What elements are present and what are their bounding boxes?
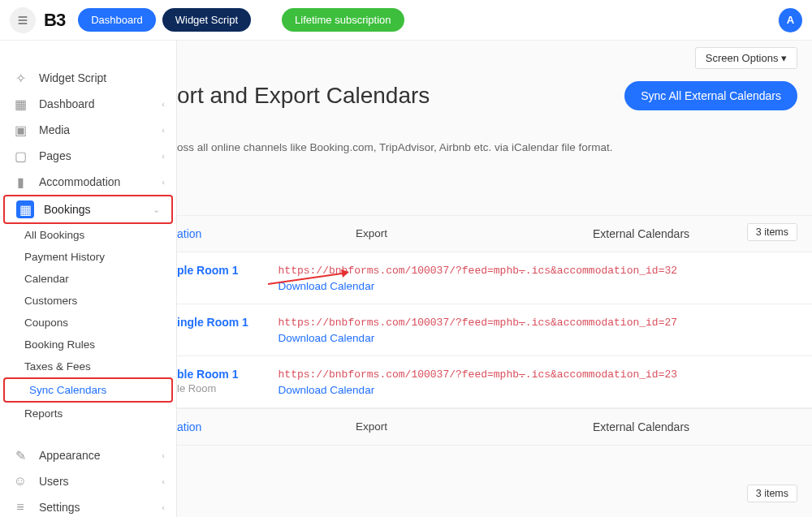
image-icon: ▣ (11, 123, 29, 138)
sidebar-item-label: Appearance (39, 449, 101, 462)
chevron-left-icon: ‹ (162, 151, 165, 161)
chevron-left-icon: ‹ (162, 125, 165, 135)
sidebar-sub-reports[interactable]: Reports (0, 403, 176, 424)
sidebar-item-label: Widget Script (39, 71, 106, 84)
download-calendar-link[interactable]: Download Calendar (279, 332, 678, 344)
col-header-accommodation[interactable]: ation (177, 216, 348, 252)
sidebar-item-label: Accommodation (39, 175, 120, 188)
chevron-left-icon: ‹ (162, 476, 165, 486)
sidebar-item-label: Dashboard (39, 97, 95, 110)
sidebar-item-label: Users (39, 475, 69, 488)
lifetime-pill[interactable]: Lifetime subscription (282, 8, 404, 32)
col-footer-external: External Calendars (585, 409, 812, 445)
widget-script-pill[interactable]: Widget Script (162, 8, 251, 32)
sidebar-item-accommodation[interactable]: ▮ Accommodation ‹ (0, 169, 176, 195)
topbar: B3 Dashboard Widget Script Lifetime subs… (0, 0, 812, 41)
avatar[interactable]: A (778, 8, 802, 32)
page-icon: ▢ (11, 149, 29, 164)
sidebar-item-appearance[interactable]: ✎ Appearance ‹ (0, 442, 176, 468)
table-row: ingle Room 1 https://bnbforms.com/100037… (177, 304, 812, 356)
download-calendar-link[interactable]: Download Calendar (279, 384, 678, 396)
accommodation-link[interactable]: ple Room 1 (177, 264, 238, 277)
sidebar-sub-taxes-fees[interactable]: Taxes & Fees (0, 355, 176, 377)
dashboard-pill[interactable]: Dashboard (78, 8, 156, 32)
sliders-icon: ≡ (11, 500, 29, 515)
sidebar-item-label: Pages (39, 149, 71, 162)
sidebar-item-label: Media (39, 123, 70, 136)
calendars-table: ation Export External Calendars ple Room… (177, 215, 812, 446)
hamburger-icon (16, 14, 29, 27)
items-count-top: 3 items (747, 223, 797, 241)
sidebar-item-label: Bookings (44, 203, 91, 216)
table-footer: ation Export External Calendars (177, 408, 812, 446)
items-count-bottom: 3 items (747, 485, 797, 502)
table-row: ple Room 1 https://bnbforms.com/100037/?… (177, 252, 812, 304)
sidebar-item-label: Settings (39, 501, 80, 514)
chevron-left-icon: ‹ (162, 502, 165, 512)
user-icon: ☺ (11, 474, 29, 489)
screen-options-button[interactable]: Screen Options ▾ (695, 47, 797, 69)
highlight-bookings: ▦ Bookings ⌄ (3, 195, 173, 224)
sidebar-sub-coupons[interactable]: Coupons (0, 312, 176, 334)
grid-icon: ▦ (11, 97, 29, 112)
sidebar-item-widget-script[interactable]: ✧ Widget Script (0, 65, 176, 91)
sync-all-button[interactable]: Sync All External Calendars (624, 81, 797, 110)
building-icon: ▮ (11, 174, 29, 190)
chevron-down-icon: ⌄ (153, 205, 160, 215)
sidebar-sub-booking-rules[interactable]: Booking Rules (0, 334, 176, 355)
table-row: ble Room 1 le Room https://bnbforms.com/… (177, 356, 812, 408)
calendar-icon: ▦ (16, 200, 34, 218)
chevron-left-icon: ‹ (162, 450, 165, 460)
sidebar-item-pages[interactable]: ▢ Pages ‹ (0, 143, 176, 169)
feed-url[interactable]: https://bnbforms.com/100037/?feed=mphb..… (279, 368, 678, 381)
sidebar-sub-all-bookings[interactable]: All Bookings (0, 224, 176, 246)
col-header-export: Export (348, 216, 585, 252)
accommodation-link[interactable]: ble Room 1 (177, 368, 238, 381)
sidebar-item-settings[interactable]: ≡ Settings ‹ (0, 494, 176, 517)
download-calendar-link[interactable]: Download Calendar (279, 280, 678, 292)
sidebar-item-bookings[interactable]: ▦ Bookings ⌄ (5, 196, 171, 222)
code-icon: ✧ (11, 71, 29, 86)
main-content: Screen Options ▾ ort and Export Calendar… (177, 41, 812, 517)
sidebar-item-users[interactable]: ☺ Users ‹ (0, 468, 176, 494)
hamburger-menu[interactable] (10, 7, 36, 33)
accommodation-link[interactable]: ingle Room 1 (177, 316, 248, 329)
table-header: ation Export External Calendars (177, 215, 812, 252)
accommodation-sub: le Room (177, 382, 262, 394)
sidebar: ✧ Widget Script ▦ Dashboard ‹ ▣ Media ‹ … (0, 41, 177, 517)
feed-url[interactable]: https://bnbforms.com/100037/?feed=mphb..… (279, 265, 678, 277)
col-footer-accommodation[interactable]: ation (177, 409, 348, 445)
sidebar-sub-sync-calendars[interactable]: Sync Calendars (5, 379, 171, 401)
sidebar-sub-payment-history[interactable]: Payment History (0, 246, 176, 268)
brush-icon: ✎ (11, 448, 29, 463)
page-description: oss all online channels like Booking.com… (177, 118, 812, 168)
page-title: ort and Export Calendars (177, 83, 430, 109)
sidebar-sub-customers[interactable]: Customers (0, 290, 176, 312)
feed-url[interactable]: https://bnbforms.com/100037/?feed=mphb..… (279, 317, 678, 329)
col-footer-export: Export (348, 409, 585, 445)
sidebar-item-dashboard[interactable]: ▦ Dashboard ‹ (0, 91, 176, 117)
highlight-sync-calendars: Sync Calendars (3, 377, 173, 403)
logo[interactable]: B3 (44, 10, 65, 31)
sidebar-item-media[interactable]: ▣ Media ‹ (0, 117, 176, 143)
sidebar-sub-calendar[interactable]: Calendar (0, 268, 176, 290)
chevron-left-icon: ‹ (162, 177, 165, 187)
chevron-left-icon: ‹ (162, 99, 165, 109)
